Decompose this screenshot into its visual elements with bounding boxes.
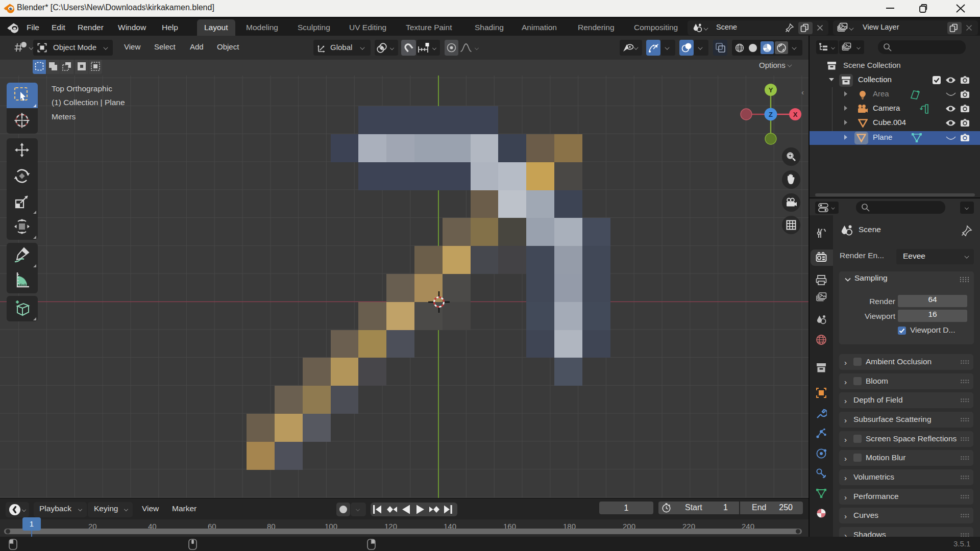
svg-text:Z: Z — [769, 111, 773, 118]
svg-text:X: X — [793, 111, 798, 118]
svg-text:Y: Y — [769, 86, 773, 94]
